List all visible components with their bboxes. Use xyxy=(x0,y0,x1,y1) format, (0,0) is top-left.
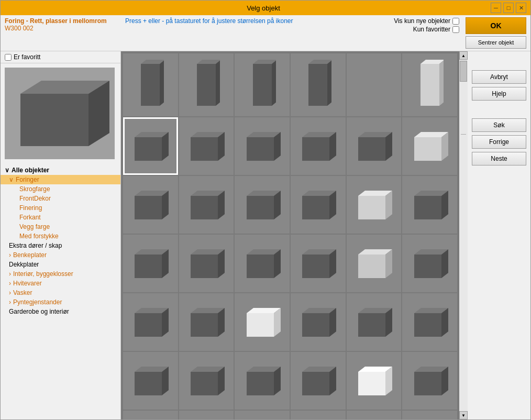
kun-favoritter-checkbox[interactable] xyxy=(452,26,459,33)
grid-cell-6-0[interactable] xyxy=(123,411,178,419)
grid-cell-1-4[interactable] xyxy=(347,117,402,175)
grid-cell-4-5[interactable] xyxy=(402,293,457,351)
grid-cell-5-3[interactable] xyxy=(291,352,346,410)
tree-item-finering[interactable]: Finering xyxy=(1,203,120,213)
grid-cell-1-1[interactable] xyxy=(179,117,234,175)
svg-rect-90 xyxy=(135,372,162,395)
grid-cell-4-3[interactable] xyxy=(291,293,346,351)
grid-cell-5-5[interactable] xyxy=(402,352,457,410)
grid-cell-5-2[interactable] xyxy=(235,352,290,410)
tree-item-hvitevarer[interactable]: › Hvitevarer xyxy=(1,279,120,288)
svg-rect-102 xyxy=(358,372,385,395)
tree-item-benkeplater[interactable]: › Benkeplater xyxy=(1,250,120,260)
grid-cell-0-0[interactable] xyxy=(123,53,178,116)
scroll-track[interactable] xyxy=(459,60,468,411)
box-svg-1-0 xyxy=(132,129,169,163)
ok-button[interactable]: OK xyxy=(466,17,526,34)
svg-rect-36 xyxy=(135,196,162,219)
grid-cell-2-1[interactable] xyxy=(179,176,234,234)
avbryt-button[interactable]: Avbryt xyxy=(472,70,526,84)
grid-cell-0-1[interactable] xyxy=(179,53,234,116)
grid-cell-3-0[interactable] xyxy=(123,235,178,292)
er-favoritt-checkbox[interactable] xyxy=(5,54,12,61)
vertical-scrollbar[interactable]: ▲ ▼ xyxy=(459,51,468,419)
grid-cell-0-2[interactable] xyxy=(235,53,290,116)
tall-box-svg-0-5 xyxy=(416,59,444,111)
sok-button[interactable]: Søk xyxy=(472,118,526,132)
main-window: Velg objekt ─ □ ✕ Foring - Rett, plasser… xyxy=(0,0,531,420)
vis-kun-nye-label[interactable]: Vis kun nye objekter xyxy=(394,17,459,25)
grid-cell-4-0[interactable] xyxy=(123,293,178,351)
grid-cell-1-5[interactable] xyxy=(402,117,457,175)
scroll-up-button[interactable]: ▲ xyxy=(459,51,468,60)
grid-cell-6-1[interactable] xyxy=(179,411,234,419)
minimize-button[interactable]: ─ xyxy=(491,3,501,13)
tree-item-vegg-farge[interactable]: Vegg farge xyxy=(1,222,120,231)
expand-icon-alle: ∨ xyxy=(5,167,9,174)
grid-cell-1-2[interactable] xyxy=(235,117,290,175)
grid-cell-3-1[interactable] xyxy=(179,235,234,292)
window-controls: ─ □ ✕ xyxy=(491,3,526,13)
grid-cell-6-5[interactable] xyxy=(402,411,457,419)
svg-rect-81 xyxy=(302,313,329,337)
grid-cell-6-4[interactable] xyxy=(347,411,402,419)
tree-item-garderobe[interactable]: Garderobe og interiør xyxy=(1,307,120,316)
tall-box-svg-0-3 xyxy=(304,59,331,111)
grid-cell-5-4[interactable] xyxy=(347,352,402,410)
vis-kun-nye-checkbox[interactable] xyxy=(452,18,459,25)
neste-button[interactable]: Neste xyxy=(472,152,526,165)
tree-item-pyntegjenstander[interactable]: › Pyntegjenstander xyxy=(1,297,120,307)
tree-item-dekkplater[interactable]: Dekkplater xyxy=(1,260,120,269)
svg-rect-21 xyxy=(191,137,218,161)
box-svg-2-4 xyxy=(356,188,392,222)
grid-cell-3-2[interactable] xyxy=(235,235,290,292)
svg-rect-3 xyxy=(141,64,160,106)
grid-cell-6-3[interactable] xyxy=(291,411,346,419)
svg-rect-66 xyxy=(358,255,385,278)
grid-cell-2-0[interactable] xyxy=(123,176,178,234)
tree-item-foringer[interactable]: ∨ Foringer xyxy=(1,175,120,184)
box-svg-1-2 xyxy=(244,129,281,163)
svg-rect-69 xyxy=(414,255,441,278)
forrige-button[interactable]: Forrige xyxy=(472,135,526,149)
grid-cell-3-3[interactable] xyxy=(291,235,346,292)
kun-favoritter-label[interactable]: Kun favoritter xyxy=(413,26,459,33)
sentrer-objekt-button[interactable]: Sentrer objekt xyxy=(466,36,526,49)
grid-cell-5-1[interactable] xyxy=(179,352,234,410)
grid-cell-0-5[interactable] xyxy=(402,53,457,116)
grid-cell-3-5[interactable] xyxy=(402,235,457,292)
tree-item-alle-objekter[interactable]: ∨ Alle objekter xyxy=(1,165,120,175)
grid-cell-6-2[interactable] xyxy=(235,411,290,419)
grid-cell-0-3[interactable] xyxy=(291,53,346,116)
box-svg-1-4 xyxy=(356,129,392,163)
grid-cell-3-4[interactable] xyxy=(347,235,402,292)
grid-cell-0-4[interactable] xyxy=(347,53,402,116)
close-button[interactable]: ✕ xyxy=(516,3,526,13)
grid-cell-1-0[interactable] xyxy=(123,117,178,175)
tree-item-med-forstykke[interactable]: Med forstykke xyxy=(1,231,120,241)
hjelp-button[interactable]: Hjelp xyxy=(472,87,526,101)
maximize-button[interactable]: □ xyxy=(503,3,514,13)
grid-cell-2-3[interactable] xyxy=(291,176,346,234)
tree-item-ekstra-dorer[interactable]: Ekstra dører / skap xyxy=(1,241,120,250)
grid-cell-4-1[interactable] xyxy=(179,293,234,351)
grid-cell-4-2[interactable] xyxy=(235,293,290,351)
tree-item-vasker[interactable]: › Vasker xyxy=(1,288,120,297)
svg-marker-8 xyxy=(216,60,220,106)
tree-item-frontdekor[interactable]: FrontDekor xyxy=(1,194,120,203)
grid-cell-4-4[interactable] xyxy=(347,293,402,351)
svg-marker-17 xyxy=(439,60,444,106)
svg-rect-0 xyxy=(20,94,88,146)
tree-item-interior[interactable]: › Interiør, byggeklosser xyxy=(1,269,120,279)
svg-rect-84 xyxy=(358,313,385,337)
grid-cell-2-2[interactable] xyxy=(235,176,290,234)
grid-cell-2-4[interactable] xyxy=(347,176,402,234)
tree-item-forkant[interactable]: Forkant xyxy=(1,213,120,222)
tree-item-skrogfarge[interactable]: Skrogfarge xyxy=(1,184,120,194)
svg-rect-42 xyxy=(247,196,274,219)
grid-cell-5-0[interactable] xyxy=(123,352,178,410)
tall-box-svg-0-1 xyxy=(193,59,220,111)
scroll-down-button[interactable]: ▼ xyxy=(459,411,468,419)
grid-cell-1-3[interactable] xyxy=(291,117,346,175)
grid-cell-2-5[interactable] xyxy=(402,176,457,234)
